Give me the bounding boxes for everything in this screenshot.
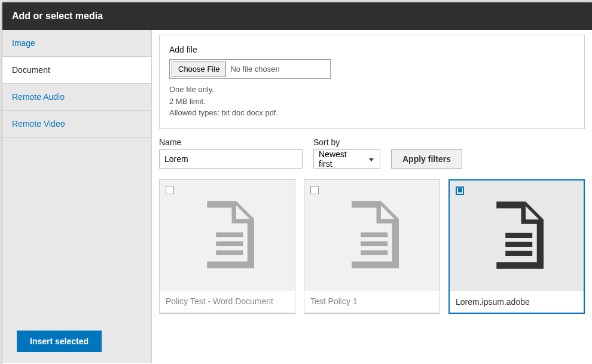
name-filter-group: Name bbox=[159, 137, 303, 169]
result-card[interactable]: Policy Test - Word Document bbox=[159, 179, 295, 314]
name-filter-label: Name bbox=[159, 137, 303, 147]
results-grid: Policy Test - Word Document Test Policy … bbox=[152, 176, 592, 326]
sort-filter-group: Sort by Newest first bbox=[313, 137, 380, 169]
dialog-body: Image Document Remote Audio Remote Video… bbox=[2, 30, 592, 363]
name-filter-input[interactable] bbox=[159, 149, 303, 169]
result-card[interactable]: Test Policy 1 bbox=[304, 179, 440, 314]
svg-rect-3 bbox=[361, 233, 387, 237]
document-icon bbox=[200, 200, 254, 269]
sort-select-value: Newest first bbox=[319, 149, 362, 169]
dialog-title: Add or select media bbox=[2, 2, 592, 30]
result-card[interactable]: Lorem.ipsum.adobe bbox=[448, 179, 585, 314]
svg-rect-6 bbox=[505, 233, 532, 238]
upload-hint-2: 2 MB limit. bbox=[169, 96, 575, 108]
apply-filters-button[interactable]: Apply filters bbox=[391, 149, 462, 169]
insert-selected-button[interactable]: Insert selected bbox=[17, 331, 102, 352]
svg-rect-1 bbox=[216, 241, 243, 246]
choose-file-button[interactable]: Choose File bbox=[172, 62, 226, 77]
card-checkbox[interactable] bbox=[456, 186, 464, 195]
sort-filter-label: Sort by bbox=[313, 137, 380, 147]
svg-rect-7 bbox=[505, 242, 532, 247]
card-thumb bbox=[450, 181, 584, 290]
card-title: Test Policy 1 bbox=[304, 290, 440, 312]
document-icon bbox=[345, 200, 399, 269]
file-status: No file chosen bbox=[228, 65, 279, 74]
tab-image[interactable]: Image bbox=[2, 30, 151, 57]
media-dialog: Add or select media Image Document Remot… bbox=[2, 2, 592, 364]
upload-hint-1: One file only. bbox=[169, 84, 575, 96]
main-panel: Add file Choose File No file chosen One … bbox=[152, 30, 592, 363]
svg-rect-5 bbox=[361, 250, 387, 255]
filter-bar: Name Sort by Newest first Apply filters bbox=[152, 129, 592, 176]
card-title: Policy Test - Word Document bbox=[160, 290, 295, 312]
svg-rect-0 bbox=[216, 233, 243, 237]
card-thumb bbox=[304, 180, 440, 290]
svg-rect-2 bbox=[216, 250, 243, 255]
card-title: Lorem.ipsum.adobe bbox=[450, 290, 584, 313]
media-type-tabs: Image Document Remote Audio Remote Video bbox=[2, 30, 152, 363]
upload-section: Add file Choose File No file chosen One … bbox=[159, 35, 585, 129]
document-icon bbox=[490, 201, 544, 270]
card-checkbox[interactable] bbox=[166, 186, 174, 194]
tab-remote-audio[interactable]: Remote Audio bbox=[2, 84, 151, 111]
svg-rect-8 bbox=[505, 251, 532, 256]
card-checkbox[interactable] bbox=[310, 186, 319, 194]
file-input[interactable]: Choose File No file chosen bbox=[169, 59, 331, 79]
sort-select[interactable]: Newest first bbox=[313, 149, 380, 169]
svg-rect-4 bbox=[361, 241, 387, 246]
dialog-footer: Insert selected bbox=[17, 331, 102, 352]
tab-document[interactable]: Document bbox=[2, 57, 151, 84]
upload-label: Add file bbox=[169, 45, 575, 54]
tab-remote-video[interactable]: Remote Video bbox=[2, 111, 151, 137]
upload-hint-3: Allowed types: txt doc docx pdf. bbox=[169, 107, 575, 119]
card-thumb bbox=[160, 180, 295, 290]
